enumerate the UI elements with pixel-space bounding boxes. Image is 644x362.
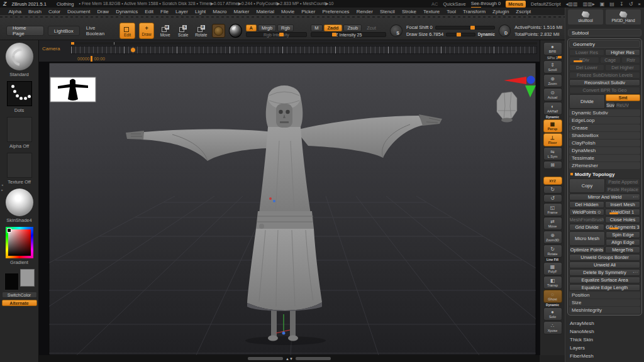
spin-edge-button[interactable]: Spin Edge [606,231,640,238]
move-canvas-button[interactable]: ⇄Move [543,217,562,230]
lower-res-button[interactable]: Lower Res [569,49,604,56]
freeze-subdivision-button[interactable]: Freeze SubDivision Levels [569,72,640,79]
current-texture-thumbnail[interactable] [7,153,32,178]
minimize-icon[interactable]: ↧ [619,1,624,7]
see-through-slider[interactable]: See-through 0 [471,1,501,7]
smt-toggle[interactable]: Smt [606,94,640,101]
brush-preview[interactable] [212,24,225,38]
xyz-constraint-button[interactable]: XYZ [543,177,562,185]
menu-item[interactable]: Preferences [319,8,353,15]
persp-button[interactable]: ▦Persp [543,119,562,133]
m-toggle[interactable]: M [311,25,322,31]
zscript-button[interactable]: DefaultZScript [531,1,561,7]
frame-button[interactable]: ◱Frame [543,203,562,216]
menu-item[interactable]: Color [45,8,64,15]
stroke-icon[interactable]: S [390,25,402,37]
menu-item[interactable]: Document [64,8,94,15]
live-boolean-button[interactable]: Live Boolean [84,25,116,36]
equalize-surface-area-button[interactable]: Equalize Surface Area [569,277,640,283]
menu-item[interactable]: Light [191,8,209,15]
insert-mesh-button[interactable]: Insert Mesh [605,201,640,208]
weld-dist-slider[interactable]: WeldDist 1 [605,209,640,216]
menu-item[interactable]: Picker [298,8,319,15]
del-hidden-button[interactable]: Del Hidden [569,201,604,208]
micro-mesh-button[interactable]: Micro Mesh [569,231,605,246]
menu-item[interactable]: Draw [94,8,113,15]
rotate-button[interactable]: R Rotate [194,23,208,39]
menu-item[interactable]: Dynamics [113,8,142,15]
local-sym-button[interactable]: ⇋L.Sym [543,147,562,160]
unweld-groups-border-button[interactable]: Unweld Groups Border [569,254,640,261]
gear-icon[interactable]: ⊙ [597,210,601,215]
z-constraint-button[interactable]: ↺ [543,194,562,202]
tray-handle-right[interactable] [296,357,331,360]
alternate-button[interactable]: Alternate [2,300,37,306]
align-edge-button[interactable]: Align Edge [606,239,640,246]
divider-left-icon[interactable]: ◂▥▥ [566,1,578,7]
z-intensity-slider[interactable]: Z Intensity 25 [311,32,386,37]
gd-segments-slider[interactable]: GD Segments 3 [605,224,640,231]
dynamic-toggle[interactable]: Dynamic [478,32,495,36]
a-toggle[interactable]: A [246,25,257,31]
copy-button[interactable]: Copy [569,178,605,193]
axis-modifier-icons[interactable]: ▪▫▫ [633,195,638,199]
polyframe-button[interactable]: ▦PolyF [543,262,562,275]
tray-arrows[interactable]: ▲▼ [286,357,293,361]
timeline-camera-label[interactable]: Camera [42,46,60,52]
mrgb-button[interactable]: Mrgb [258,25,276,31]
weld-points-button[interactable]: WeldPoints⊙ [569,209,604,216]
subsection-header[interactable]: Dynamic Subdiv [569,109,640,116]
menu-item[interactable]: Zplugin [489,8,513,15]
tray-toggle[interactable]: ◂▸ [0,178,4,197]
subsection-header[interactable]: EdgeLoop [569,117,640,124]
current-brush-thumbnail[interactable] [6,43,33,70]
quicksave-button[interactable]: QuickSave [443,1,465,7]
move-button[interactable]: M Move [158,23,172,39]
rstr-button[interactable]: Rstr [621,57,640,63]
floor-button[interactable]: ⊥Floor [543,133,562,146]
material-preview[interactable] [229,24,242,38]
switchcolor-button[interactable]: SwitchColor [2,292,37,298]
menu-item[interactable]: Transform [459,8,489,15]
paste-append-button[interactable]: Paste Append [606,178,640,185]
rotate-view-button[interactable]: ↻Rotate [543,244,562,258]
menu-item[interactable]: Material [253,8,277,15]
menu-item[interactable]: Macro [209,8,230,15]
convert-bpr-button[interactable]: Convert BPR To Geo [569,87,640,94]
menu-item[interactable]: Zscript [513,8,535,15]
menu-item[interactable]: Tool [443,8,460,15]
unweld-all-button[interactable]: Unweld All [569,261,640,268]
paste-replace-button[interactable]: Paste Replace [606,186,640,193]
zoom-button[interactable]: ⊕Zoom [543,74,562,87]
size-subsection[interactable]: Size [569,299,640,306]
tool-thumbnail[interactable]: PM3D_Hand [605,9,641,25]
subsection-header[interactable]: DynaMesh [569,147,640,154]
menu-item[interactable]: Movie [277,8,297,15]
subsection-header[interactable]: Crease [569,124,640,131]
actual-size-button[interactable]: ⊙Actual [543,88,562,101]
menu-item[interactable]: Brush [25,8,45,15]
subsection-header[interactable]: ZRemesher [569,162,640,169]
menus-button[interactable]: Menus [506,1,526,8]
color-picker[interactable] [6,227,33,258]
suv-toggle[interactable]: Suv [606,102,615,109]
current-stroke-thumbnail[interactable] [7,81,32,106]
timeline-scrub-bar[interactable] [70,42,537,45]
mesh-integrity-subsection[interactable]: MeshIntegrity [569,307,640,314]
transp-button[interactable]: ◧Transp [543,276,562,289]
menu-item[interactable]: Texture [420,8,443,15]
divide-button[interactable]: Divide [569,94,605,109]
rgb-button[interactable]: Rgb [277,25,294,31]
ghost-button[interactable]: ◌Ghost [543,290,562,303]
subsection-header[interactable]: Tessimate [569,155,640,162]
draw-size-slider[interactable] [446,33,475,36]
sdiv-slider[interactable]: SDiv [569,57,599,63]
subsection-header[interactable]: ShadowBox [569,132,640,139]
xpose-button[interactable]: ∴Xpose [543,321,562,334]
spix-slider[interactable]: SPix 3 [543,56,562,60]
mirror-and-weld-button[interactable]: Mirror And Weld▪▫▫ [569,194,640,200]
merge-tris-button[interactable]: MergeTris [605,246,640,253]
points-icon[interactable]: D [499,25,511,37]
restore-icon[interactable]: ↺ [629,1,633,7]
divider-right-icon[interactable]: ▥▥▸ [583,1,595,7]
